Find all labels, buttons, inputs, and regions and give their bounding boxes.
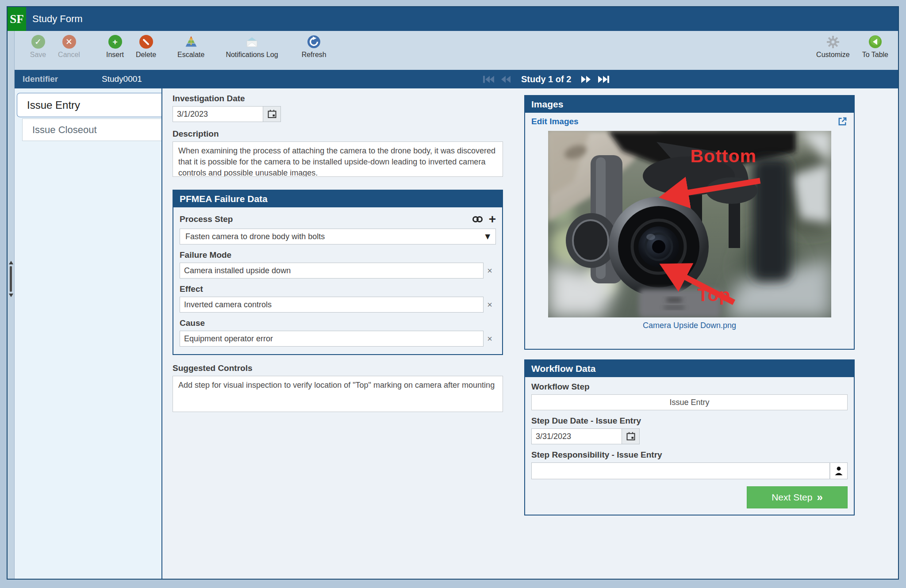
app-logo: SF — [8, 7, 26, 31]
cause-input[interactable] — [180, 331, 484, 347]
save-icon: ✓ — [31, 35, 45, 49]
splitter-grip — [10, 266, 12, 292]
insert-button[interactable]: + Insert — [102, 35, 128, 59]
edit-images-link[interactable]: Edit Images — [531, 117, 579, 126]
workflow-panel: Workflow Data Workflow Step Issue Entry … — [524, 359, 855, 515]
previous-record-button[interactable] — [501, 75, 511, 84]
tab-column: Issue Entry Issue Closeout — [15, 88, 162, 579]
splitter-arrow-down-icon — [9, 294, 13, 297]
splitter-handle[interactable] — [8, 261, 14, 309]
splitter-arrow-up-icon — [9, 261, 13, 264]
identifier-value: Study0001 — [102, 74, 142, 84]
person-icon — [834, 466, 843, 476]
app-title: Study Form — [32, 13, 83, 25]
next-record-button[interactable] — [581, 75, 591, 84]
pfmea-panel-title: PFMEA Failure Data — [173, 191, 502, 207]
pfmea-panel: PFMEA Failure Data Process Step + — [173, 190, 503, 355]
description-label: Description — [173, 129, 503, 139]
insert-icon: + — [108, 35, 122, 49]
study-form-window: SF Study Form ✓ Save ✕ Cancel — [7, 6, 899, 580]
identifier-bar: Identifier Study0001 Study 1 of 2 — [15, 70, 898, 88]
tab-issue-closeout[interactable]: Issue Closeout — [22, 118, 161, 141]
failure-mode-label: Failure Mode — [180, 250, 496, 260]
workflow-step-label: Workflow Step — [531, 382, 848, 392]
back-arrow-icon — [868, 35, 882, 49]
step-responsibility-label: Step Responsibility - Issue Entry — [531, 450, 848, 460]
description-textarea[interactable]: When examining the process of attaching … — [173, 141, 503, 177]
step-due-date-input[interactable] — [531, 428, 622, 444]
tab-issue-entry[interactable]: Issue Entry — [17, 93, 161, 117]
images-panel: Images Edit Images — [524, 95, 855, 350]
remove-effect-icon[interactable]: × — [484, 300, 496, 310]
images-panel-title: Images — [525, 96, 854, 113]
notifications-log-button[interactable]: Notifications Log — [226, 35, 278, 59]
record-position: Study 1 of 2 — [521, 74, 571, 84]
refresh-icon — [307, 35, 321, 49]
cancel-icon: ✕ — [62, 35, 76, 49]
gear-icon — [826, 35, 840, 49]
effect-label: Effect — [180, 284, 496, 294]
save-button[interactable]: ✓ Save — [25, 35, 51, 59]
open-external-icon[interactable] — [837, 116, 848, 126]
next-step-button[interactable]: Next Step » — [747, 486, 848, 508]
step-due-date-label: Step Due Date - Issue Entry — [531, 416, 848, 426]
suggested-controls-textarea[interactable]: Add step for visual inspection to verify… — [173, 376, 503, 412]
investigation-date-input[interactable] — [173, 106, 263, 122]
delete-icon — [139, 35, 153, 49]
double-chevron-icon: » — [817, 491, 822, 504]
last-record-button[interactable] — [598, 75, 610, 84]
person-picker-button[interactable] — [830, 462, 848, 479]
remove-failure-mode-icon[interactable]: × — [484, 266, 496, 276]
drone-camera-image: Bottom Top — [548, 131, 831, 317]
title-bar: SF Study Form — [8, 7, 898, 31]
toolbar: ✓ Save ✕ Cancel + Insert Delete — [15, 31, 898, 70]
refresh-button[interactable]: Refresh — [301, 35, 327, 59]
workflow-step-value: Issue Entry — [531, 394, 848, 410]
step-responsibility-input[interactable] — [531, 462, 830, 479]
investigation-date-label: Investigation Date — [173, 94, 503, 103]
remove-cause-icon[interactable]: × — [484, 334, 496, 344]
first-record-button[interactable] — [483, 75, 495, 84]
workflow-panel-title: Workflow Data — [525, 360, 854, 377]
annotation-bottom: Bottom — [691, 146, 756, 167]
effect-input[interactable] — [180, 297, 484, 313]
envelope-icon — [245, 35, 259, 49]
form-area: Investigation Date — [162, 88, 898, 579]
dropdown-caret-icon: ▼ — [485, 233, 490, 241]
cancel-button[interactable]: ✕ Cancel — [56, 35, 82, 59]
calendar-icon — [626, 431, 636, 441]
step-due-date-calendar-button[interactable] — [622, 428, 640, 444]
customize-button[interactable]: Customize — [816, 35, 850, 59]
annotation-top: Top — [698, 285, 731, 305]
delete-button[interactable]: Delete — [133, 35, 159, 59]
record-navigation: Study 1 of 2 — [483, 74, 610, 84]
process-step-select[interactable]: Fasten camera to drone body with bolts ▼ — [180, 229, 496, 244]
escalate-pyramid-icon — [184, 35, 198, 49]
left-collapse-strip — [8, 31, 15, 579]
add-process-step-icon[interactable]: + — [489, 213, 496, 225]
escalate-button[interactable]: Escalate — [177, 35, 204, 59]
investigation-date-calendar-button[interactable] — [263, 106, 281, 122]
process-step-label: Process Step — [180, 214, 233, 224]
to-table-button[interactable]: To Table — [862, 35, 888, 59]
link-process-step-icon[interactable] — [472, 215, 484, 223]
image-caption-link[interactable]: Camera Upside Down.png — [531, 321, 848, 330]
cause-label: Cause — [180, 318, 496, 328]
calendar-icon — [267, 109, 277, 119]
failure-mode-input[interactable] — [180, 263, 484, 279]
identifier-label: Identifier — [23, 74, 58, 84]
suggested-controls-label: Suggested Controls — [173, 363, 503, 373]
